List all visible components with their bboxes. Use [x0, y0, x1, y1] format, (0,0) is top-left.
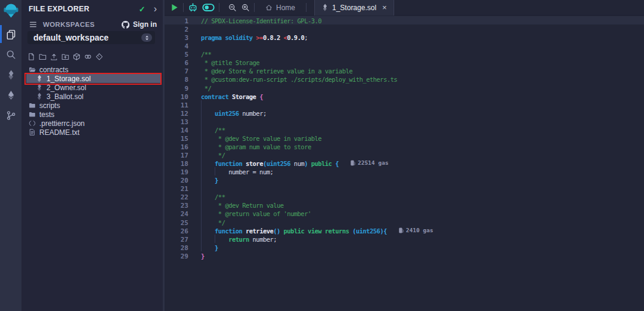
zoom-in-icon[interactable] [242, 4, 250, 12]
tree-item-2-owner-sol[interactable]: 2_Owner.sol [26, 83, 160, 92]
tree-item-label: tests [39, 110, 54, 119]
code-line-22: 22 /** [165, 192, 644, 201]
tree-item-label: scripts [39, 101, 60, 110]
code-line-23: 23 * @dev Return value [165, 201, 644, 209]
activity-bar-solidity-compiler[interactable] [0, 66, 21, 84]
code-text: } [201, 177, 218, 184]
code-line-7: 7 * @dev Store & retrieve value in a var… [165, 66, 644, 75]
new-folder-icon[interactable] [39, 53, 47, 61]
tree-item-tests[interactable]: tests [26, 110, 160, 119]
code-text: function retrieve() public view returns … [201, 227, 434, 235]
file-tree: contracts1_Storage.sol2_Owner.sol3_Ballo… [26, 65, 160, 137]
code-line-3: 3pragma solidity >=0.8.2 <0.9.0; [165, 33, 644, 41]
sign-in-button[interactable]: Sign in [121, 20, 157, 29]
code-line-15: 15 * @dev Store value in variable [165, 134, 644, 142]
tab-1-storage-sol[interactable]: 1_Storage.sol× [314, 0, 394, 16]
code-text: } [201, 253, 205, 260]
tab-home[interactable]: Home [259, 0, 302, 16]
separator [219, 3, 219, 12]
code-line-11: 11 [165, 100, 644, 109]
code-line-18: 18 function store(uint256 num) public {2… [165, 159, 644, 167]
code-line-13: 13 [165, 117, 644, 125]
code-line-14: 14 /** [165, 125, 644, 134]
code-line-19: 19 number = num; [165, 167, 644, 175]
activity-bar-git[interactable] [0, 106, 21, 124]
separator [306, 3, 306, 12]
activity-bar-search[interactable] [0, 45, 21, 63]
upload-file-icon[interactable] [50, 53, 58, 61]
close-tab-icon[interactable]: × [382, 4, 387, 11]
activity-bar-deploy-run[interactable] [0, 86, 21, 104]
workspace-selected-value: default_workspace [33, 33, 141, 42]
tree-item-prettierrc-json[interactable]: .prettierrc.json [26, 119, 160, 128]
tree-item-scripts[interactable]: scripts [26, 101, 160, 110]
code-text: * @dev Store & retrieve value in a varia… [201, 67, 352, 75]
solidity-icon [36, 93, 43, 100]
chevron-right-icon[interactable]: › [154, 4, 157, 14]
tree-item-label: 1_Storage.sol [47, 75, 91, 83]
diamond-icon[interactable] [95, 53, 103, 61]
workspaces-row: WORKSPACES Sign in [29, 20, 157, 29]
code-text: */ [201, 85, 211, 92]
tree-item-contracts[interactable]: contracts [26, 65, 160, 74]
workspace-select-stepper[interactable] [141, 33, 152, 42]
code-line-16: 16 * @param num value to store [165, 142, 644, 150]
code-text: /** [201, 127, 225, 134]
code-text: * @custom:dev-run-script ./scripts/deplo… [201, 76, 397, 83]
tree-item-label: contracts [39, 66, 69, 74]
code-text: return number; [201, 236, 277, 243]
ai-robot-icon[interactable] [188, 2, 198, 13]
code-line-25: 25 */ [165, 218, 644, 226]
code-line-12: 12 uint256 number; [165, 109, 644, 117]
tab-label: Home [276, 4, 295, 12]
code-line-1: 1// SPDX-License-Identifier: GPL-3.0 [165, 16, 644, 24]
code-text: /** [201, 51, 211, 58]
activity-bar-file-explorer[interactable] [0, 25, 21, 43]
activity-bar-remix-logo [0, 0, 21, 20]
code-text: */ [201, 219, 225, 226]
code-line-5: 5/** [165, 50, 644, 58]
home-icon [265, 4, 273, 11]
solidity-icon [36, 75, 43, 82]
code-line-17: 17 */ [165, 150, 644, 159]
search-icon [6, 50, 16, 60]
zoom-out-icon[interactable] [228, 4, 237, 12]
remix-ide-window: FILE EXPLORER ✓ › WORKSPACES Sign in def… [0, 0, 644, 311]
copy-pages-icon [6, 29, 16, 39]
editor-tab-bar: Home1_Storage.sol× [165, 0, 644, 16]
code-text: pragma solidity >=0.8.2 <0.9.0; [201, 34, 308, 41]
file-text-icon [29, 128, 36, 136]
upload-folder-icon[interactable] [61, 53, 69, 61]
code-text: */ [201, 152, 225, 159]
toggle-on-icon[interactable] [202, 3, 215, 12]
code-text: * @param num value to store [201, 143, 311, 150]
code-line-20: 20 } [165, 175, 644, 184]
tree-item-1-storage-sol[interactable]: 1_Storage.sol [26, 74, 160, 83]
fuel-icon [399, 227, 404, 233]
code-text: // SPDX-License-Identifier: GPL-3.0 [201, 17, 321, 24]
workspace-select[interactable]: default_workspace [27, 31, 155, 44]
new-file-icon[interactable] [27, 53, 35, 61]
file-explorer-toolbar [27, 53, 103, 61]
code-text: uint256 number; [201, 110, 267, 117]
check-icon: ✓ [139, 5, 145, 13]
code-line-2: 2 [165, 24, 644, 33]
workspaces-label: WORKSPACES [43, 21, 95, 28]
link-icon[interactable] [84, 53, 92, 61]
tree-item-readme-txt[interactable]: README.txt [26, 128, 160, 137]
solidity-icon [321, 4, 329, 11]
editor-area: Home1_Storage.sol× 1// SPDX-License-Iden… [165, 0, 644, 311]
play-icon[interactable] [170, 3, 179, 12]
code-editor[interactable]: 1// SPDX-License-Identifier: GPL-3.023pr… [165, 16, 644, 311]
code-line-21: 21 [165, 184, 644, 192]
cube-icon[interactable] [73, 53, 80, 61]
folder-open-icon [29, 66, 36, 73]
sign-in-label: Sign in [133, 20, 157, 29]
code-line-28: 28 } [165, 243, 644, 251]
solidity-icon [6, 70, 16, 80]
tab-label: 1_Storage.sol [332, 4, 376, 12]
hamburger-menu-icon[interactable] [29, 21, 38, 28]
remix-logo-icon [3, 2, 19, 19]
gas-estimate-badge: 22514 gas [351, 159, 388, 167]
tree-item-3-ballot-sol[interactable]: 3_Ballot.sol [26, 92, 160, 101]
